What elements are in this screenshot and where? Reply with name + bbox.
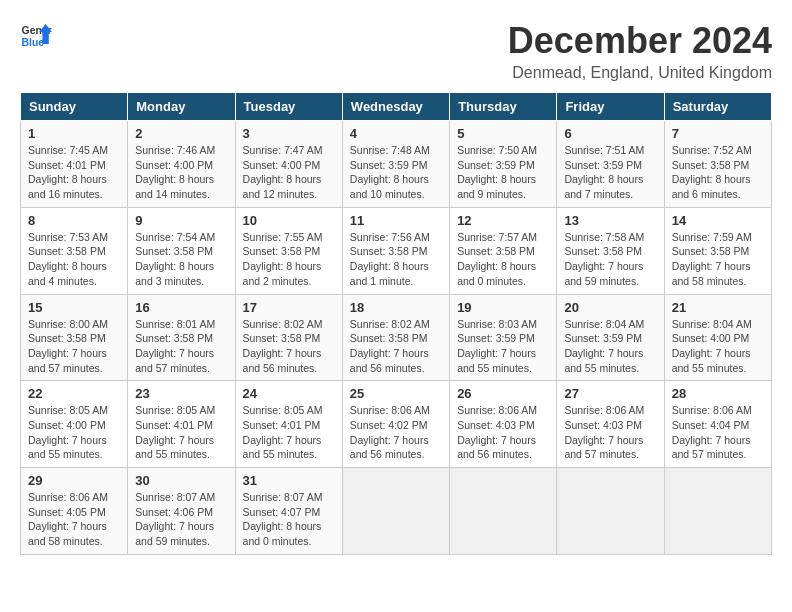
day-info: Sunrise: 8:04 AM Sunset: 4:00 PM Dayligh… — [672, 317, 764, 376]
day-info: Sunrise: 7:56 AM Sunset: 3:58 PM Dayligh… — [350, 230, 442, 289]
day-number: 12 — [457, 213, 549, 228]
day-info: Sunrise: 8:05 AM Sunset: 4:01 PM Dayligh… — [243, 403, 335, 462]
day-number: 17 — [243, 300, 335, 315]
day-number: 6 — [564, 126, 656, 141]
day-info: Sunrise: 7:52 AM Sunset: 3:58 PM Dayligh… — [672, 143, 764, 202]
day-cell-4: 4Sunrise: 7:48 AM Sunset: 3:59 PM Daylig… — [342, 121, 449, 208]
day-info: Sunrise: 8:03 AM Sunset: 3:59 PM Dayligh… — [457, 317, 549, 376]
day-number: 21 — [672, 300, 764, 315]
svg-text:Blue: Blue — [22, 37, 45, 48]
title-area: December 2024 Denmead, England, United K… — [508, 20, 772, 82]
header-day-saturday: Saturday — [664, 93, 771, 121]
calendar-subtitle: Denmead, England, United Kingdom — [508, 64, 772, 82]
calendar-title: December 2024 — [508, 20, 772, 62]
day-number: 14 — [672, 213, 764, 228]
day-info: Sunrise: 8:04 AM Sunset: 3:59 PM Dayligh… — [564, 317, 656, 376]
day-cell-14: 14Sunrise: 7:59 AM Sunset: 3:58 PM Dayli… — [664, 207, 771, 294]
day-cell-6: 6Sunrise: 7:51 AM Sunset: 3:59 PM Daylig… — [557, 121, 664, 208]
day-cell-22: 22Sunrise: 8:05 AM Sunset: 4:00 PM Dayli… — [21, 381, 128, 468]
day-cell-25: 25Sunrise: 8:06 AM Sunset: 4:02 PM Dayli… — [342, 381, 449, 468]
day-number: 2 — [135, 126, 227, 141]
day-cell-26: 26Sunrise: 8:06 AM Sunset: 4:03 PM Dayli… — [450, 381, 557, 468]
calendar-table: SundayMondayTuesdayWednesdayThursdayFrid… — [20, 92, 772, 555]
day-cell-17: 17Sunrise: 8:02 AM Sunset: 3:58 PM Dayli… — [235, 294, 342, 381]
day-number: 31 — [243, 473, 335, 488]
day-info: Sunrise: 7:58 AM Sunset: 3:58 PM Dayligh… — [564, 230, 656, 289]
logo: General Blue — [20, 20, 52, 52]
header: General Blue December 2024 Denmead, Engl… — [20, 20, 772, 82]
day-cell-8: 8Sunrise: 7:53 AM Sunset: 3:58 PM Daylig… — [21, 207, 128, 294]
day-cell-27: 27Sunrise: 8:06 AM Sunset: 4:03 PM Dayli… — [557, 381, 664, 468]
header-row: SundayMondayTuesdayWednesdayThursdayFrid… — [21, 93, 772, 121]
day-number: 5 — [457, 126, 549, 141]
day-info: Sunrise: 7:48 AM Sunset: 3:59 PM Dayligh… — [350, 143, 442, 202]
day-number: 4 — [350, 126, 442, 141]
day-info: Sunrise: 7:53 AM Sunset: 3:58 PM Dayligh… — [28, 230, 120, 289]
day-info: Sunrise: 7:50 AM Sunset: 3:59 PM Dayligh… — [457, 143, 549, 202]
day-info: Sunrise: 8:06 AM Sunset: 4:02 PM Dayligh… — [350, 403, 442, 462]
day-number: 27 — [564, 386, 656, 401]
week-row-4: 22Sunrise: 8:05 AM Sunset: 4:00 PM Dayli… — [21, 381, 772, 468]
day-number: 29 — [28, 473, 120, 488]
day-number: 10 — [243, 213, 335, 228]
day-number: 30 — [135, 473, 227, 488]
day-number: 15 — [28, 300, 120, 315]
day-cell-2: 2Sunrise: 7:46 AM Sunset: 4:00 PM Daylig… — [128, 121, 235, 208]
day-cell-23: 23Sunrise: 8:05 AM Sunset: 4:01 PM Dayli… — [128, 381, 235, 468]
day-info: Sunrise: 8:07 AM Sunset: 4:07 PM Dayligh… — [243, 490, 335, 549]
week-row-3: 15Sunrise: 8:00 AM Sunset: 3:58 PM Dayli… — [21, 294, 772, 381]
day-info: Sunrise: 8:06 AM Sunset: 4:04 PM Dayligh… — [672, 403, 764, 462]
day-info: Sunrise: 8:06 AM Sunset: 4:05 PM Dayligh… — [28, 490, 120, 549]
day-number: 20 — [564, 300, 656, 315]
day-number: 13 — [564, 213, 656, 228]
day-info: Sunrise: 8:00 AM Sunset: 3:58 PM Dayligh… — [28, 317, 120, 376]
day-info: Sunrise: 7:47 AM Sunset: 4:00 PM Dayligh… — [243, 143, 335, 202]
day-cell-9: 9Sunrise: 7:54 AM Sunset: 3:58 PM Daylig… — [128, 207, 235, 294]
day-info: Sunrise: 7:55 AM Sunset: 3:58 PM Dayligh… — [243, 230, 335, 289]
day-info: Sunrise: 7:54 AM Sunset: 3:58 PM Dayligh… — [135, 230, 227, 289]
day-cell-13: 13Sunrise: 7:58 AM Sunset: 3:58 PM Dayli… — [557, 207, 664, 294]
day-info: Sunrise: 7:51 AM Sunset: 3:59 PM Dayligh… — [564, 143, 656, 202]
calendar-header: SundayMondayTuesdayWednesdayThursdayFrid… — [21, 93, 772, 121]
header-day-friday: Friday — [557, 93, 664, 121]
day-cell-31: 31Sunrise: 8:07 AM Sunset: 4:07 PM Dayli… — [235, 468, 342, 555]
day-number: 16 — [135, 300, 227, 315]
day-info: Sunrise: 8:02 AM Sunset: 3:58 PM Dayligh… — [350, 317, 442, 376]
day-cell-19: 19Sunrise: 8:03 AM Sunset: 3:59 PM Dayli… — [450, 294, 557, 381]
day-info: Sunrise: 7:46 AM Sunset: 4:00 PM Dayligh… — [135, 143, 227, 202]
day-cell-18: 18Sunrise: 8:02 AM Sunset: 3:58 PM Dayli… — [342, 294, 449, 381]
day-number: 11 — [350, 213, 442, 228]
header-day-tuesday: Tuesday — [235, 93, 342, 121]
header-day-wednesday: Wednesday — [342, 93, 449, 121]
header-day-thursday: Thursday — [450, 93, 557, 121]
day-number: 25 — [350, 386, 442, 401]
day-number: 18 — [350, 300, 442, 315]
day-number: 19 — [457, 300, 549, 315]
day-number: 24 — [243, 386, 335, 401]
day-number: 1 — [28, 126, 120, 141]
day-cell-10: 10Sunrise: 7:55 AM Sunset: 3:58 PM Dayli… — [235, 207, 342, 294]
week-row-5: 29Sunrise: 8:06 AM Sunset: 4:05 PM Dayli… — [21, 468, 772, 555]
day-cell-15: 15Sunrise: 8:00 AM Sunset: 3:58 PM Dayli… — [21, 294, 128, 381]
empty-cell — [664, 468, 771, 555]
day-cell-7: 7Sunrise: 7:52 AM Sunset: 3:58 PM Daylig… — [664, 121, 771, 208]
week-row-2: 8Sunrise: 7:53 AM Sunset: 3:58 PM Daylig… — [21, 207, 772, 294]
day-cell-3: 3Sunrise: 7:47 AM Sunset: 4:00 PM Daylig… — [235, 121, 342, 208]
day-info: Sunrise: 8:06 AM Sunset: 4:03 PM Dayligh… — [564, 403, 656, 462]
day-cell-30: 30Sunrise: 8:07 AM Sunset: 4:06 PM Dayli… — [128, 468, 235, 555]
day-cell-24: 24Sunrise: 8:05 AM Sunset: 4:01 PM Dayli… — [235, 381, 342, 468]
day-number: 22 — [28, 386, 120, 401]
day-number: 7 — [672, 126, 764, 141]
day-info: Sunrise: 8:06 AM Sunset: 4:03 PM Dayligh… — [457, 403, 549, 462]
logo-icon: General Blue — [20, 20, 52, 52]
day-cell-1: 1Sunrise: 7:45 AM Sunset: 4:01 PM Daylig… — [21, 121, 128, 208]
day-cell-20: 20Sunrise: 8:04 AM Sunset: 3:59 PM Dayli… — [557, 294, 664, 381]
header-day-monday: Monday — [128, 93, 235, 121]
day-info: Sunrise: 8:02 AM Sunset: 3:58 PM Dayligh… — [243, 317, 335, 376]
day-info: Sunrise: 8:07 AM Sunset: 4:06 PM Dayligh… — [135, 490, 227, 549]
day-info: Sunrise: 8:05 AM Sunset: 4:01 PM Dayligh… — [135, 403, 227, 462]
empty-cell — [342, 468, 449, 555]
day-number: 3 — [243, 126, 335, 141]
day-cell-28: 28Sunrise: 8:06 AM Sunset: 4:04 PM Dayli… — [664, 381, 771, 468]
day-cell-11: 11Sunrise: 7:56 AM Sunset: 3:58 PM Dayli… — [342, 207, 449, 294]
